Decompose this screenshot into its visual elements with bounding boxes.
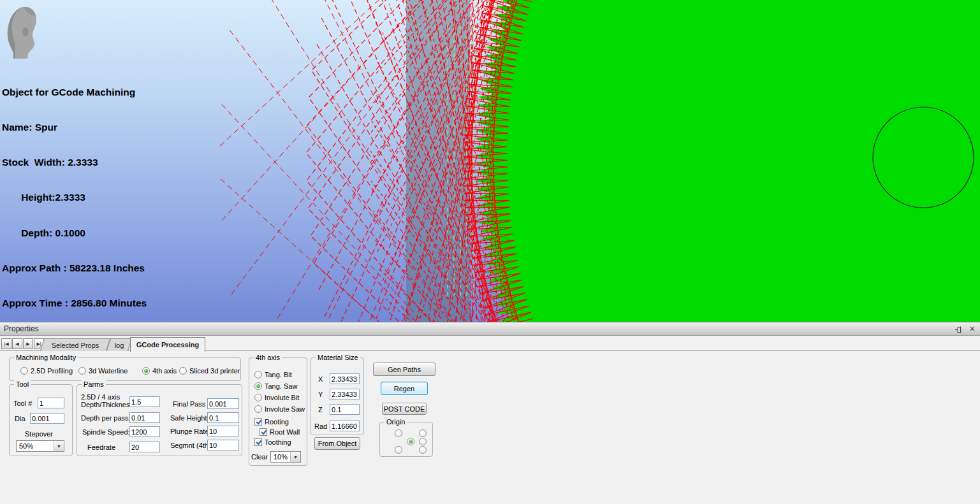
tab-label: GCode Processing [136, 341, 199, 349]
gen-paths-button[interactable]: Gen Paths [373, 363, 435, 376]
fourth-axis-group: 4th axis Tang. Bit Tang. Saw Involute Bi… [249, 357, 307, 466]
info-line: Depth: 0.1000 [2, 227, 147, 239]
dia-label: Dia [15, 415, 26, 422]
origin-bottom-left-radio[interactable] [395, 446, 402, 454]
tab-scroller: |◀ ◀ ▶ ▶| [1, 338, 44, 349]
checkbox-root-wall[interactable]: Root Wall [260, 428, 300, 436]
radio-label: Tang. Saw [265, 382, 297, 390]
feedrate-label: Feedrate [87, 443, 115, 451]
info-line: Approx Path : 58223.18 Inches [2, 263, 147, 274]
radio-label: Involute Bit [265, 394, 299, 401]
first-tab-button[interactable]: |◀ [1, 338, 11, 349]
prev-tab-button[interactable]: ◀ [12, 338, 22, 349]
material-z-label: Z [318, 406, 323, 414]
info-line: Approx Time : 2856.80 Minutes [2, 298, 147, 309]
radio-involute-bit[interactable]: Involute Bit [254, 394, 299, 401]
radio-tang-bit[interactable]: Tang. Bit [254, 371, 292, 378]
origin-bottom-right-radio[interactable] [419, 446, 427, 454]
material-z-input[interactable] [330, 404, 360, 415]
radio-sliced-3d-printer[interactable]: Sliced 3d printer [179, 367, 240, 375]
material-size-group: Material Size X Y Z Rad [311, 357, 364, 435]
parms-group: Parms 2.5D / 4 axis Depth/Thickness Dept… [77, 384, 242, 456]
radio-circle [179, 367, 187, 375]
stepover-label: Stepover [25, 430, 53, 438]
radio-circle [254, 382, 262, 390]
origin-group: Origin [379, 422, 433, 457]
origin-middle-right-radio[interactable] [419, 438, 427, 445]
chevron-down-icon: ▼ [290, 452, 300, 462]
material-rad-label: Rad [314, 422, 327, 430]
tab-strip: |◀ ◀ ▶ ▶| Selected Props log GCode Proce… [0, 336, 980, 351]
properties-panel: Properties × |◀ ◀ ▶ ▶| Selected Props [0, 322, 980, 504]
panel-titlebar: Properties × [0, 322, 980, 336]
group-caption: Machining Modality [14, 354, 78, 361]
radio-4th-axis[interactable]: 4th axis [142, 367, 177, 375]
regen-button[interactable]: Regen [381, 382, 428, 395]
depth-thickness-input[interactable] [129, 396, 160, 407]
tab-label: log [114, 342, 124, 349]
plunge-rate-label: Plunge Rate [170, 428, 209, 435]
feedrate-input[interactable] [129, 442, 160, 452]
radio-circle [20, 367, 28, 375]
clear-combo[interactable]: 10% ▼ [270, 451, 301, 463]
radio-label: Sliced 3d printer [189, 367, 240, 375]
info-line: Height:2.3333 [2, 192, 147, 203]
radio-25d-profiling[interactable]: 2.5D Profiling [20, 367, 73, 375]
checkbox-label: Rooting [265, 418, 289, 426]
origin-center-radio[interactable] [407, 438, 414, 445]
material-y-input[interactable] [330, 389, 360, 400]
bust-icon [0, 0, 38, 59]
group-caption: Material Size [316, 354, 360, 361]
depth-per-pass-label: Depth per pass: [81, 414, 131, 422]
depth-per-pass-input[interactable] [129, 412, 160, 423]
group-caption: 4th axis [254, 354, 282, 361]
plunge-rate-input[interactable] [207, 426, 239, 436]
tool-number-input[interactable] [38, 398, 64, 408]
group-caption: Tool [14, 380, 31, 388]
radio-involute-saw[interactable]: Involute Saw [254, 405, 305, 413]
origin-top-right-radio[interactable] [419, 429, 427, 437]
radio-3d-waterline[interactable]: 3d Waterline [78, 367, 128, 375]
panel-title: Properties [4, 324, 39, 333]
tool-group: Tool Tool # Dia Stepover 50% ▼ [9, 384, 73, 456]
radio-label: Tang. Bit [265, 371, 292, 378]
clear-label: Clear [251, 453, 268, 461]
material-y-label: Y [318, 391, 323, 398]
combo-value: 50% [19, 442, 33, 450]
from-object-button[interactable]: From Object [314, 437, 360, 450]
material-x-input[interactable] [330, 373, 360, 384]
material-rad-input[interactable] [330, 421, 360, 431]
checkbox-rooting[interactable]: Rooting [254, 418, 289, 426]
depth-thickness-label-line1: 2.5D / 4 axis [81, 393, 120, 401]
spindle-speed-input[interactable] [129, 426, 160, 437]
radio-tang-saw[interactable]: Tang. Saw [254, 382, 297, 390]
combo-value: 10% [274, 453, 288, 461]
info-line: Stock Width: 2.3333 [2, 157, 147, 168]
final-pass-input[interactable] [207, 398, 239, 409]
radio-label: 2.5D Profiling [31, 367, 73, 375]
gcode-processing-page: Machining Modality 2.5D Profiling 3d Wat… [0, 351, 980, 504]
viewport-3d[interactable]: Object for GCode Machining Name: Spur St… [0, 0, 980, 322]
post-code-button[interactable]: POST CODE [382, 403, 427, 415]
tab-gcode-processing[interactable]: GCode Processing [130, 337, 205, 352]
group-caption: Parms [82, 380, 106, 388]
close-icon[interactable]: × [970, 323, 975, 335]
checkbox-box [254, 418, 262, 426]
spindle-speed-label: Spindle Speed: [82, 428, 130, 436]
toolpath-canvas [0, 0, 980, 322]
radio-circle [78, 367, 86, 375]
tab-log[interactable]: log [106, 338, 132, 351]
segmnt-4th-input[interactable] [207, 440, 239, 450]
safe-height-input[interactable] [207, 412, 239, 423]
checkbox-toothing[interactable]: Toothing [254, 438, 291, 446]
origin-top-left-radio[interactable] [395, 429, 402, 437]
tab-selected-props[interactable]: Selected Props [40, 338, 110, 351]
next-tab-button[interactable]: ▶ [23, 338, 33, 349]
app-window: Object for GCode Machining Name: Spur St… [0, 0, 980, 504]
checkbox-box [260, 428, 267, 436]
dia-input[interactable] [30, 413, 64, 424]
checkbox-box [254, 438, 262, 446]
pin-icon[interactable] [954, 325, 963, 333]
stepover-combo[interactable]: 50% ▼ [16, 440, 64, 452]
safe-height-label: Safe Height [170, 414, 207, 422]
